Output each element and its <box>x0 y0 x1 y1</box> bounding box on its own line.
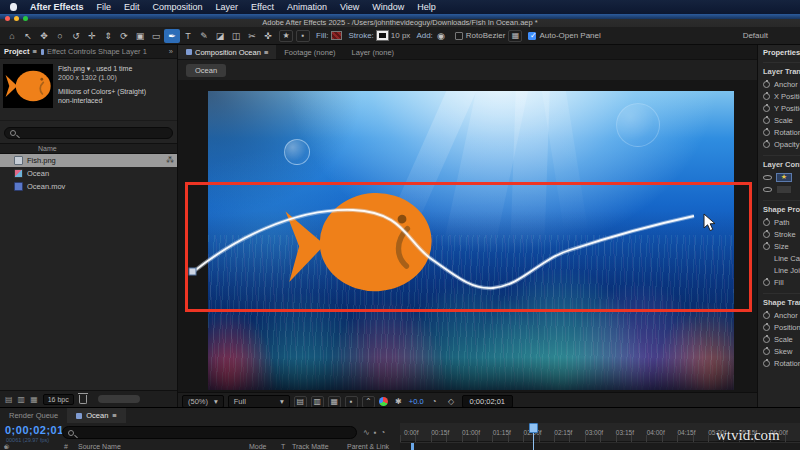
property-row[interactable]: Scale <box>763 114 800 126</box>
auto-open-panel-checkbox[interactable] <box>528 32 536 40</box>
panel-menu-icon[interactable]: ≡ <box>264 48 268 57</box>
menu-layer[interactable]: Layer <box>216 2 239 12</box>
grid-guides-button[interactable]: ▤ <box>294 396 307 408</box>
settings-gear-icon[interactable]: ✱ <box>392 396 405 408</box>
panel-toggle-icon[interactable]: ▦ <box>508 30 522 42</box>
property-row[interactable]: Position <box>763 321 800 333</box>
source-name-column[interactable]: Source Name <box>78 443 121 450</box>
property-row[interactable]: Opacity <box>763 138 800 150</box>
panel-menu-icon[interactable]: ≡ <box>32 47 36 56</box>
shape-star-thumb[interactable]: ★ <box>776 173 792 182</box>
menu-composition[interactable]: Composition <box>153 2 203 12</box>
rotation-tool-icon[interactable]: ⟳ <box>116 29 132 43</box>
puppet-tool-icon[interactable]: ✜ <box>260 29 276 43</box>
exposure-value[interactable]: +0.0 <box>409 397 424 406</box>
eye-icon[interactable] <box>763 187 772 192</box>
clone-stamp-tool-icon[interactable]: ◪ <box>212 29 228 43</box>
project-row-ocean-mov[interactable]: Ocean.mov <box>0 180 177 193</box>
tab-effect-controls[interactable]: Effect Controls Shape Layer 1 <box>41 47 147 56</box>
panel-menu-icon[interactable]: ≡ <box>112 411 116 420</box>
tab-render-queue[interactable]: Render Queue <box>0 408 67 423</box>
layer-content-row[interactable] <box>763 183 800 195</box>
workspace-selector[interactable]: Default <box>743 31 768 40</box>
breadcrumb[interactable]: Ocean <box>186 64 226 77</box>
property-row[interactable]: Path <box>763 216 800 228</box>
pan-camera-tool-icon[interactable]: ✛ <box>84 29 100 43</box>
property-row[interactable]: X Position <box>763 90 800 102</box>
stopwatch-icon[interactable] <box>763 141 770 148</box>
property-row[interactable]: Anchor Point <box>763 78 800 90</box>
project-bit-depth-button[interactable]: 16 bpc <box>43 394 74 405</box>
eraser-tool-icon[interactable]: ◫ <box>228 29 244 43</box>
lock-icon[interactable]: ▪ <box>4 443 6 450</box>
menu-animation[interactable]: Animation <box>287 2 327 12</box>
stopwatch-icon[interactable] <box>763 279 770 286</box>
name-column-header[interactable]: Name <box>38 145 57 152</box>
channel-button[interactable] <box>379 397 388 406</box>
composition-viewport[interactable] <box>178 80 757 392</box>
property-row[interactable]: Anchor <box>763 309 800 321</box>
region-of-interest-button[interactable]: ▪ <box>345 396 358 408</box>
property-row[interactable]: Line Cap <box>763 252 800 264</box>
current-time-indicator[interactable] <box>529 423 538 433</box>
fish-layer[interactable] <box>282 184 436 302</box>
property-row[interactable]: Fill <box>763 276 800 288</box>
dolly-camera-tool-icon[interactable]: ⇕ <box>100 29 116 43</box>
rotobezier-checkbox[interactable] <box>455 32 463 40</box>
stroke-width-value[interactable]: 10 px <box>391 31 411 40</box>
tab-footage[interactable]: Footage (none) <box>276 45 343 59</box>
current-timecode[interactable]: 0;00;02;01 <box>5 424 64 436</box>
mask-visibility-button[interactable]: ▦ <box>328 396 341 408</box>
orbit-camera-tool-icon[interactable]: ↺ <box>68 29 84 43</box>
property-row[interactable]: Y Position <box>763 102 800 114</box>
composition-mini-flowchart-icon[interactable]: ∿ <box>363 428 370 437</box>
section-layer-content[interactable]: Layer Content <box>763 155 800 169</box>
interpret-footage-button[interactable]: ▤ <box>5 395 13 404</box>
section-shape-properties[interactable]: Shape Properties <box>763 200 800 214</box>
stopwatch-icon[interactable] <box>763 219 770 226</box>
stopwatch-icon[interactable] <box>763 81 770 88</box>
type-tool-icon[interactable]: T <box>180 29 196 43</box>
snapshot-camera-icon[interactable]: ◔ <box>428 396 441 408</box>
pen-tool-icon[interactable]: ✒ <box>164 29 180 43</box>
property-row[interactable]: Line Join <box>763 264 800 276</box>
interpret-footage-icon[interactable]: ⁂ <box>166 156 174 165</box>
property-row[interactable]: Stroke <box>763 228 800 240</box>
zoom-tool-icon[interactable]: ○ <box>52 29 68 43</box>
stopwatch-icon[interactable] <box>763 117 770 124</box>
timeline-search-input[interactable] <box>62 426 357 439</box>
project-row-ocean-comp[interactable]: Ocean <box>0 167 177 180</box>
menu-effect[interactable]: Effect <box>251 2 274 12</box>
shy-layers-icon[interactable]: ▪ <box>374 428 377 437</box>
menu-file[interactable]: File <box>97 2 112 12</box>
fill-swatch[interactable] <box>331 31 342 40</box>
rectangle-tool-icon[interactable]: ▭ <box>148 29 164 43</box>
add-menu-icon[interactable]: ◉ <box>433 29 449 43</box>
menu-view[interactable]: View <box>340 2 359 12</box>
property-row[interactable]: Skew <box>763 345 800 357</box>
project-row-fish[interactable]: Fish.png ⁂ <box>0 154 177 167</box>
menu-help[interactable]: Help <box>417 2 436 12</box>
stopwatch-icon[interactable] <box>763 129 770 136</box>
property-row[interactable]: Rotation <box>763 126 800 138</box>
shape-thumb[interactable] <box>776 185 792 194</box>
tab-project[interactable]: Project ≡ <box>4 47 37 56</box>
stopwatch-icon[interactable] <box>763 243 770 250</box>
apple-icon[interactable] <box>10 3 17 11</box>
new-composition-button[interactable]: ▦ <box>30 395 38 404</box>
hash-column[interactable]: # <box>64 443 68 450</box>
menu-edit[interactable]: Edit <box>124 2 140 12</box>
stopwatch-icon[interactable] <box>763 231 770 238</box>
mode-column[interactable]: Mode <box>249 443 267 450</box>
tab-timeline-ocean[interactable]: Ocean ≡ <box>67 408 126 423</box>
layer-content-row[interactable]: ★ <box>763 171 800 183</box>
tab-layer[interactable]: Layer (none) <box>344 45 403 59</box>
path-start-handle[interactable] <box>189 268 196 275</box>
work-area-start-marker[interactable] <box>411 443 414 450</box>
property-row[interactable]: Scale <box>763 333 800 345</box>
stopwatch-icon[interactable] <box>763 348 770 355</box>
show-snapshot-icon[interactable]: ◇ <box>445 396 458 408</box>
parent-link-column[interactable]: Parent & Link <box>347 443 389 450</box>
roto-brush-tool-icon[interactable]: ✂ <box>244 29 260 43</box>
home-tool-icon[interactable]: ⌂ <box>4 29 20 43</box>
